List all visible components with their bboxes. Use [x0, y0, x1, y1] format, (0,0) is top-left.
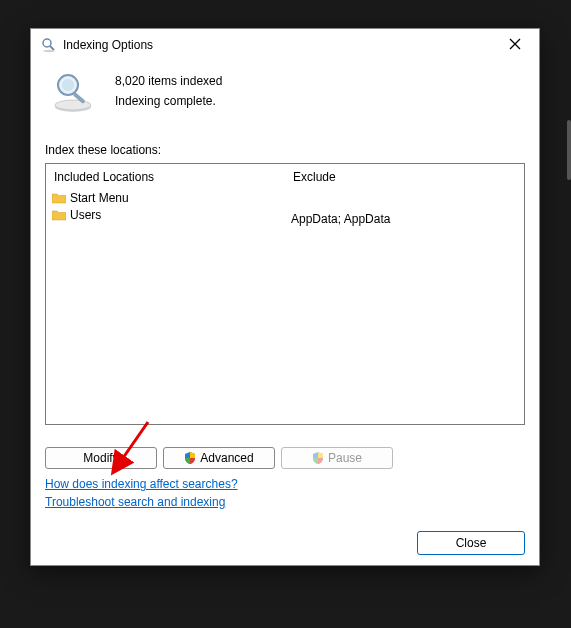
location-name: Start Menu	[70, 190, 129, 207]
button-label: Modify	[83, 451, 118, 465]
locations-label: Index these locations:	[45, 143, 525, 157]
svg-point-6	[62, 79, 74, 91]
folder-icon	[52, 192, 66, 204]
exclude-header: Exclude	[291, 168, 518, 190]
button-label: Pause	[328, 451, 362, 465]
shield-icon	[184, 452, 196, 464]
close-button[interactable]: Close	[417, 531, 525, 555]
help-link-how[interactable]: How does indexing affect searches?	[45, 477, 238, 491]
indexing-icon	[41, 37, 57, 53]
list-item[interactable]: Users	[52, 207, 279, 224]
location-name: Users	[70, 207, 101, 224]
included-column: Included Locations Start Menu Users	[46, 164, 285, 424]
locations-list: Included Locations Start Menu Users Excl…	[45, 163, 525, 425]
scrollbar[interactable]	[567, 120, 571, 180]
button-label: Close	[456, 536, 487, 550]
modify-button[interactable]: Modify	[45, 447, 157, 469]
pause-button: Pause	[281, 447, 393, 469]
indexing-state: Indexing complete.	[115, 91, 222, 111]
svg-point-0	[43, 39, 51, 47]
indexing-options-dialog: Indexing Options 8,020 items indexed Ind…	[30, 28, 540, 566]
shield-icon	[312, 452, 324, 464]
included-header: Included Locations	[52, 168, 279, 190]
help-link-troubleshoot[interactable]: Troubleshoot search and indexing	[45, 495, 225, 509]
window-title: Indexing Options	[63, 38, 499, 52]
advanced-button[interactable]: Advanced	[163, 447, 275, 469]
titlebar: Indexing Options	[31, 29, 539, 61]
exclude-value: AppData; AppData	[291, 190, 518, 226]
svg-point-4	[55, 100, 91, 110]
dialog-content: 8,020 items indexed Indexing complete. I…	[31, 61, 539, 565]
list-item[interactable]: Start Menu	[52, 190, 279, 207]
items-indexed-count: 8,020 items indexed	[115, 71, 222, 91]
folder-icon	[52, 209, 66, 221]
close-icon[interactable]	[499, 38, 531, 53]
svg-point-2	[43, 50, 55, 52]
svg-line-1	[50, 46, 54, 50]
magnifier-icon	[49, 67, 97, 115]
exclude-column: Exclude AppData; AppData	[285, 164, 524, 424]
button-label: Advanced	[200, 451, 253, 465]
